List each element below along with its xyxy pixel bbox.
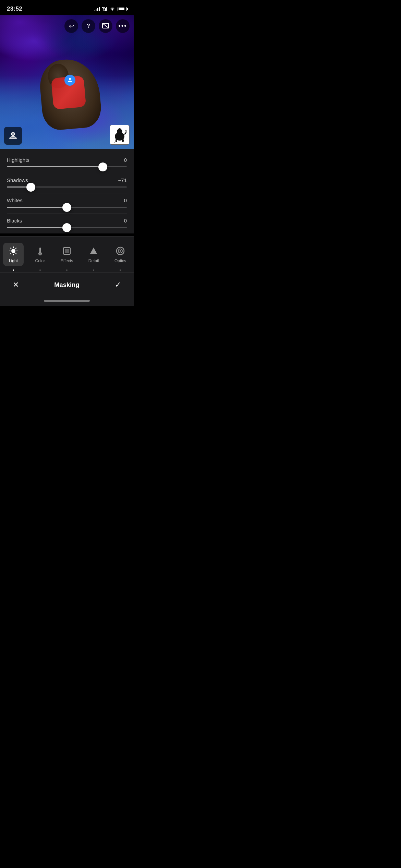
shadows-slider-row: Shadows −71 (7, 173, 127, 193)
shadows-value: −71 (114, 177, 127, 183)
whites-slider-row: Whites 0 (7, 193, 127, 214)
whites-track[interactable] (7, 207, 127, 208)
whites-label: Whites (7, 197, 23, 203)
svg-rect-9 (122, 139, 124, 142)
tab-light-label: Light (9, 258, 18, 263)
blacks-slider-row: Blacks 0 (7, 214, 127, 233)
signal-icon (94, 7, 100, 11)
color-icon (35, 245, 46, 256)
more-options-button[interactable]: ••• (116, 19, 130, 33)
optics-icon (115, 245, 126, 256)
tab-indicator-dots (0, 269, 134, 272)
whites-value: 0 (114, 197, 127, 203)
highlights-value: 0 (114, 157, 127, 163)
dot-effects (66, 269, 68, 271)
highlights-slider-row: Highlights 0 (7, 153, 127, 173)
tab-optics[interactable]: Optics (110, 243, 131, 266)
dog-body (38, 57, 102, 131)
photo-top-controls: ↩ ? ••• (64, 19, 130, 33)
sliders-section: Highlights 0 Shadows −71 Whites 0 (0, 149, 134, 233)
dot-optics (120, 269, 121, 271)
help-button[interactable]: ? (82, 19, 95, 33)
dog-subject (34, 42, 107, 129)
blacks-value: 0 (114, 218, 127, 224)
tool-tabs-bar: Light Color Effects (0, 236, 134, 269)
action-bar: ✕ Masking ✓ (0, 272, 134, 297)
thumb-preview (110, 125, 129, 144)
subject-mask-button[interactable] (4, 127, 22, 145)
blacks-track[interactable] (7, 227, 127, 228)
status-icons: 📶︎ (94, 6, 127, 12)
hide-overlay-button[interactable] (99, 19, 112, 33)
svg-point-10 (118, 128, 121, 132)
tab-color-label: Color (35, 258, 45, 263)
wifi-icon (109, 7, 116, 11)
wifi-icon: 📶︎ (102, 6, 107, 12)
blacks-thumb[interactable] (62, 223, 71, 232)
dot-light (13, 269, 14, 271)
shadows-thumb[interactable] (26, 183, 35, 192)
tab-optics-label: Optics (114, 258, 126, 263)
tab-effects[interactable]: Effects (57, 243, 77, 266)
tab-color[interactable]: Color (30, 243, 50, 266)
highlights-track[interactable] (7, 166, 127, 167)
mask-thumbnail[interactable] (110, 125, 130, 145)
highlights-label: Highlights (7, 157, 29, 163)
svg-point-23 (39, 253, 41, 255)
masking-title: Masking (54, 281, 79, 289)
svg-rect-25 (65, 249, 69, 253)
person-mask-marker[interactable] (64, 75, 75, 86)
svg-point-1 (69, 78, 71, 80)
tab-light[interactable]: Light (3, 243, 24, 266)
svg-rect-22 (40, 250, 40, 253)
dot-color (39, 269, 41, 271)
svg-point-0 (112, 10, 113, 11)
tab-detail[interactable]: Detail (83, 243, 104, 266)
svg-line-19 (15, 248, 16, 249)
status-time: 23:52 (7, 5, 22, 12)
blacks-label: Blacks (7, 218, 22, 224)
svg-line-16 (10, 248, 11, 249)
light-icon (8, 245, 19, 256)
shadows-track[interactable] (7, 186, 127, 188)
home-bar (44, 300, 90, 302)
svg-line-3 (102, 23, 109, 28)
detail-icon (88, 245, 99, 256)
undo-button[interactable]: ↩ (64, 19, 78, 33)
battery-icon (118, 7, 127, 11)
status-bar: 23:52 📶︎ (0, 0, 134, 15)
dot-detail (93, 269, 94, 271)
tab-effects-label: Effects (61, 258, 73, 263)
cancel-button[interactable]: ✕ (8, 277, 23, 292)
svg-line-18 (10, 253, 11, 254)
svg-point-11 (11, 249, 15, 253)
svg-line-17 (15, 253, 16, 254)
tab-detail-label: Detail (88, 258, 99, 263)
shadows-label: Shadows (7, 177, 28, 183)
photo-area: ↩ ? ••• (0, 15, 134, 149)
confirm-button[interactable]: ✓ (110, 277, 125, 292)
svg-point-28 (120, 250, 121, 252)
highlights-thumb[interactable] (98, 162, 107, 171)
home-indicator-area (0, 297, 134, 306)
effects-icon (61, 245, 72, 256)
whites-thumb[interactable] (62, 203, 71, 212)
